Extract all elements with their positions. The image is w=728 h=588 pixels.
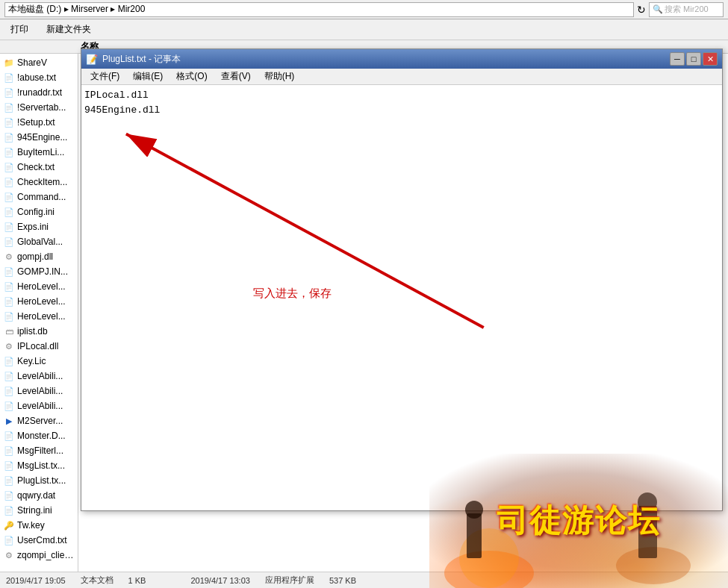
- file-icon-key: 🔑: [3, 519, 15, 531]
- file-icon-folder: 📁: [3, 57, 15, 69]
- notepad-content[interactable]: IPLocal.dll 945Engine.dll 写入进去，保存: [81, 85, 722, 510]
- file-item[interactable]: 📄qqwry.dat: [0, 488, 78, 503]
- notepad-menubar: 文件(F) 编辑(E) 格式(O) 查看(V) 帮助(H): [81, 69, 722, 85]
- file-item[interactable]: 🗃iplist.db: [0, 324, 78, 339]
- file-icon-ini: 📄: [3, 236, 15, 248]
- menu-help[interactable]: 帮助(H): [258, 69, 301, 84]
- file-item[interactable]: 📄Config.ini: [0, 204, 78, 219]
- file-icon-txt: 📄: [3, 385, 15, 397]
- toolbar: 打印 新建文件夹: [0, 19, 728, 40]
- address-path[interactable]: 本地磁盘 (D:) ▸ Mirserver ▸ Mir200: [4, 2, 634, 17]
- file-item[interactable]: 📄!runaddr.txt: [0, 85, 78, 100]
- file-label: M2Server...: [17, 416, 63, 426]
- menu-edit[interactable]: 编辑(E): [127, 69, 169, 84]
- status-size-1: 1 KB: [128, 576, 146, 585]
- file-item[interactable]: 📄UserCmd.txt: [0, 533, 78, 548]
- file-icon-txt: 📄: [3, 87, 15, 98]
- notepad-titlebar: 📝 PlugList.txt - 记事本 ─ □ ✕: [81, 49, 722, 69]
- file-item[interactable]: 📄HeroLevel...: [0, 279, 78, 294]
- status-date-1: 2019/4/17 19:05: [6, 576, 66, 585]
- file-item[interactable]: 📄Exps.ini: [0, 219, 78, 234]
- file-icon-dat: 📄: [3, 490, 15, 501]
- file-item[interactable]: 📄945Engine...: [0, 130, 78, 145]
- file-label: Check.txt: [17, 162, 55, 172]
- file-item[interactable]: ⚙IPLocal.dll: [0, 339, 78, 354]
- file-icon-txt: 📄: [3, 161, 15, 173]
- file-item[interactable]: 📄CheckItem...: [0, 175, 78, 190]
- notepad-icon: 📝: [86, 54, 98, 65]
- search-icon: 🔍: [653, 4, 663, 14]
- close-button[interactable]: ✕: [703, 52, 718, 66]
- file-item[interactable]: 📄!Setup.txt: [0, 115, 78, 130]
- file-item[interactable]: 📄HeroLevel...: [0, 309, 78, 324]
- file-icon-txt: 📄: [3, 131, 15, 143]
- file-label: UserCmd.txt: [17, 535, 67, 545]
- file-icon-exe: ▶: [3, 415, 15, 427]
- watermark-area: 司徒游论坛: [429, 454, 728, 588]
- file-item[interactable]: 📄!abuse.txt: [0, 70, 78, 85]
- file-icon-txt: 📄: [3, 370, 15, 382]
- maximize-button[interactable]: □: [686, 52, 701, 66]
- file-icon-txt: 📄: [3, 460, 15, 472]
- refresh-icon[interactable]: ↻: [637, 4, 646, 16]
- file-item[interactable]: 📄!Servertab...: [0, 100, 78, 115]
- file-item[interactable]: 📄GOMPJ.IN...: [0, 264, 78, 279]
- file-item[interactable]: 📄Key.Lic: [0, 354, 78, 369]
- menu-file[interactable]: 文件(F): [84, 69, 125, 84]
- svg-point-6: [465, 501, 483, 519]
- file-icon-ini: 📄: [3, 221, 15, 233]
- file-label: LevelAbili...: [17, 386, 63, 396]
- file-label: ShareV: [17, 57, 47, 68]
- file-item[interactable]: 📁ShareV: [0, 55, 78, 70]
- watermark-bg: 司徒游论坛: [429, 454, 728, 588]
- file-item[interactable]: 📄LevelAbili...: [0, 369, 78, 384]
- minimize-button[interactable]: ─: [670, 52, 685, 66]
- file-label: GlobalVal...: [17, 237, 63, 247]
- file-icon-txt: 📄: [3, 445, 15, 457]
- file-item[interactable]: ⚙gompj.dll: [0, 249, 78, 264]
- file-label: Command...: [17, 192, 66, 202]
- status-type-2: 应用程序扩展: [265, 575, 314, 586]
- file-item[interactable]: 📄Monster.D...: [0, 428, 78, 443]
- file-label: iplist.db: [17, 326, 48, 337]
- file-item[interactable]: 📄PlugList.tx...: [0, 473, 78, 488]
- new-folder-button[interactable]: 新建文件夹: [42, 22, 96, 37]
- file-label: String.ini: [17, 505, 52, 516]
- file-icon-txt: 📄: [3, 281, 15, 293]
- file-item[interactable]: 📄GlobalVal...: [0, 234, 78, 249]
- file-item[interactable]: 📄MsgList.tx...: [0, 458, 78, 473]
- file-label: !Servertab...: [17, 102, 66, 113]
- file-list: 📁ShareV📄!abuse.txt📄!runaddr.txt📄!Servert…: [0, 54, 78, 588]
- file-item[interactable]: 📄MsgFilterl...: [0, 443, 78, 458]
- print-button[interactable]: 打印: [6, 22, 33, 37]
- titlebar-controls: ─ □ ✕: [670, 52, 718, 66]
- file-icon-dll: ⚙: [3, 549, 15, 561]
- file-item[interactable]: 📄BuyItemLi...: [0, 145, 78, 160]
- file-item[interactable]: 🔑Tw.key: [0, 518, 78, 533]
- file-item[interactable]: 📄LevelAbili...: [0, 384, 78, 398]
- file-item[interactable]: 📄String.ini: [0, 503, 78, 518]
- notepad-title: PlugList.txt - 记事本: [102, 53, 181, 66]
- file-item[interactable]: 📄Command...: [0, 190, 78, 204]
- file-icon-txt: 📄: [3, 191, 15, 203]
- svg-rect-5: [467, 513, 482, 558]
- file-label: LevelAbili...: [17, 401, 63, 411]
- file-icon-txt: 📄: [3, 400, 15, 412]
- breadcrumb: 本地磁盘 (D:) ▸ Mirserver ▸ Mir200: [8, 3, 145, 16]
- search-box[interactable]: 🔍 搜索 Mir200: [649, 2, 724, 17]
- file-item[interactable]: ▶M2Server...: [0, 413, 78, 428]
- file-label: MsgFilterl...: [17, 445, 63, 456]
- file-label: 945Engine...: [17, 132, 67, 143]
- status-type-1: 文本文档: [81, 575, 113, 586]
- file-item[interactable]: 📄LevelAbili...: [0, 398, 78, 413]
- file-item[interactable]: 📄Check.txt: [0, 160, 78, 175]
- file-icon-lic: 📄: [3, 355, 15, 367]
- file-icon-txt: 📄: [3, 72, 15, 84]
- instruction-text: 写入进去，保存: [253, 287, 332, 301]
- menu-view[interactable]: 查看(V): [215, 69, 257, 84]
- file-label: Tw.key: [17, 520, 45, 531]
- menu-format[interactable]: 格式(O): [170, 69, 213, 84]
- file-item[interactable]: ⚙zqompi_client.dll: [0, 548, 78, 563]
- file-label: Exps.ini: [17, 222, 49, 232]
- file-item[interactable]: 📄HeroLevel...: [0, 294, 78, 309]
